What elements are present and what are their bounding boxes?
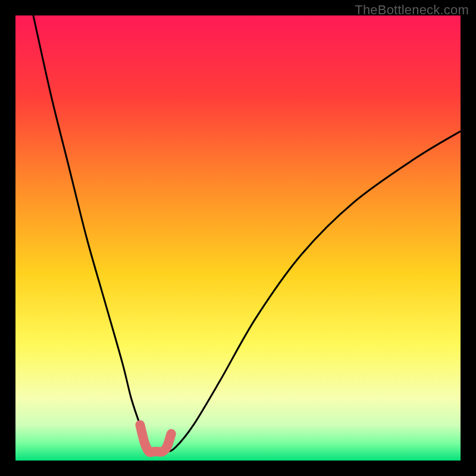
bottleneck-curve xyxy=(33,15,461,452)
curve-layer xyxy=(15,15,461,461)
plot-area xyxy=(15,15,461,461)
chart-frame: TheBottleneck.com xyxy=(0,0,476,476)
highlight-segment xyxy=(140,425,171,452)
